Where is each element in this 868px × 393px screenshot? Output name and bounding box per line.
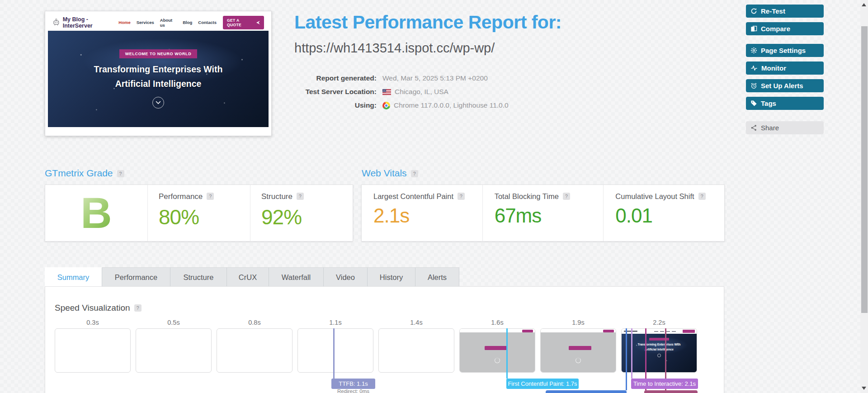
- scrollbar-down-arrow[interactable]: [862, 387, 866, 390]
- tab-summary[interactable]: Summary: [45, 267, 102, 286]
- redirect-label: Redirect: 0ms: [331, 388, 375, 393]
- marker-line-blue: [626, 328, 627, 390]
- pulse-icon: [750, 65, 758, 71]
- robot-logo-icon: [52, 18, 60, 27]
- scrollbar-up-arrow[interactable]: [862, 3, 866, 6]
- using-label: Using:: [294, 101, 377, 109]
- filmstrip-frame-blank: [55, 328, 131, 373]
- filmstrip-frame-skeleton: [540, 328, 616, 373]
- site-hero-badge: WELCOME TO NEURO WORLD: [119, 49, 198, 58]
- help-icon[interactable]: ?: [117, 170, 124, 177]
- site-preview-navbar: My Blog - InterServer Home Services Abou…: [48, 14, 269, 31]
- tab-waterfall[interactable]: Waterfall: [269, 267, 324, 286]
- filmstrip-frame-blank: [297, 328, 373, 373]
- cls-metric: Cumulative Layout Shift? 0.01: [603, 185, 724, 241]
- page-title: Latest Performance Report for:: [294, 12, 561, 33]
- fcp-marker-line: [506, 328, 508, 379]
- fcp-badge: First Contentful Paint: 1.7s: [506, 379, 579, 389]
- tbt-metric: Total Blocking Time? 67ms: [482, 185, 604, 241]
- tab-crux[interactable]: CrUX: [227, 267, 269, 286]
- report-generated-row: Report generated: Wed, Mar 5, 2025 5:13 …: [294, 71, 584, 85]
- site-preview: My Blog - InterServer Home Services Abou…: [48, 14, 269, 133]
- filmstrip: Transforming Enterprises With Artificial…: [55, 328, 697, 373]
- grade-letter-cell: B: [45, 185, 147, 241]
- tab-alerts[interactable]: Alerts: [415, 267, 459, 286]
- site-cta-button: GET A QUOTE: [223, 16, 264, 29]
- time-label: 1.1s: [297, 319, 373, 326]
- site-brand: My Blog - InterServer: [63, 16, 119, 29]
- refresh-icon: [750, 8, 757, 14]
- tags-button[interactable]: Tags: [746, 97, 824, 110]
- web-vitals-heading: Web Vitals?: [362, 168, 418, 179]
- help-icon[interactable]: ?: [458, 193, 465, 200]
- report-generated-label: Report generated:: [294, 74, 377, 82]
- filmstrip-frame-rendered: Transforming Enterprises With Artificial…: [621, 328, 697, 373]
- page-settings-button[interactable]: Page Settings: [746, 44, 824, 57]
- tab-video[interactable]: Video: [324, 267, 368, 286]
- gtmetrix-grade-card: B Performance? 80% Structure? 92%: [45, 185, 353, 241]
- chrome-icon: [382, 102, 390, 109]
- send-icon: [256, 21, 260, 24]
- structure-label: Structure?: [261, 192, 353, 201]
- marker-badge-partial-maroon: [644, 390, 698, 393]
- filmstrip-frame-blank: [217, 328, 292, 373]
- time-label: 0.5s: [136, 319, 212, 326]
- report-meta: Report generated: Wed, Mar 5, 2025 5:13 …: [294, 71, 584, 112]
- tab-performance[interactable]: Performance: [102, 267, 170, 286]
- monitor-button[interactable]: Monitor: [746, 62, 824, 75]
- report-url[interactable]: https://wh1413514.ispot.cc/wp-wp/: [294, 41, 495, 56]
- time-label: 1.6s: [459, 319, 535, 326]
- structure-value: 92%: [261, 205, 353, 229]
- lcp-metric: Largest Contentful Paint? 2.1s: [362, 185, 482, 241]
- time-label: 1.4s: [378, 319, 454, 326]
- help-icon[interactable]: ?: [698, 193, 706, 200]
- test-server-location-value: Chicago, IL, USA: [382, 88, 448, 96]
- summary-panel: Speed Visualization? 0.3s 0.5s 0.8s 1.1s…: [45, 286, 724, 393]
- site-nav-home: Home: [118, 20, 130, 25]
- cls-value: 0.01: [615, 204, 724, 227]
- using-row: Using: Chrome 117.0.0.0, Lighthouse 11.0…: [294, 99, 584, 112]
- action-buttons: Re-Test Compare Page Settings Monitor: [746, 5, 824, 134]
- site-hero: WELCOME TO NEURO WORLD Transforming Ente…: [48, 31, 269, 127]
- filmstrip-frame-blank: [136, 328, 212, 373]
- site-hero-title: Transforming Enterprises With Artificial…: [94, 62, 223, 90]
- retest-button[interactable]: Re-Test: [746, 5, 824, 18]
- time-label: 2.2s: [621, 319, 697, 326]
- alarm-icon: [750, 82, 757, 89]
- site-footer-strip: [48, 127, 269, 133]
- help-icon[interactable]: ?: [207, 193, 214, 200]
- share-icon: [750, 124, 757, 131]
- filmstrip-frame-blank: [378, 328, 454, 373]
- filmstrip-time-labels: 0.3s 0.5s 0.8s 1.1s 1.4s 1.6s 1.9s 2.2s: [55, 319, 697, 326]
- tti-badge: Time to Interactive: 2.1s: [631, 379, 698, 389]
- page-scrollbar[interactable]: [860, 0, 868, 393]
- help-icon[interactable]: ?: [297, 193, 304, 200]
- site-nav-services: Services: [137, 20, 154, 25]
- site-nav-contacts: Contacts: [198, 20, 217, 25]
- ttfb-marker-line: [333, 328, 335, 379]
- filmstrip-frame-skeleton: [459, 328, 535, 373]
- marker-badge-partial-blue: [546, 390, 627, 393]
- tab-structure[interactable]: Structure: [170, 267, 227, 286]
- tti-marker-line: [631, 328, 632, 379]
- compare-icon: [750, 25, 757, 32]
- cls-label: Cumulative Layout Shift?: [615, 192, 724, 201]
- time-label: 0.3s: [55, 319, 131, 326]
- tab-history[interactable]: History: [368, 267, 415, 286]
- grade-letter: B: [80, 191, 112, 235]
- test-server-location-row: Test Server Location: Chicago, IL, USA: [294, 85, 584, 99]
- ttfb-badge: TTFB: 1.1s: [331, 379, 375, 389]
- site-preview-thumbnail[interactable]: My Blog - InterServer Home Services Abou…: [45, 11, 272, 136]
- site-nav-blog: Blog: [183, 20, 192, 25]
- chevron-down-icon: [152, 97, 164, 109]
- scrollbar-thumb[interactable]: [861, 26, 868, 313]
- speed-visualization-heading: Speed Visualization?: [55, 303, 142, 313]
- help-icon[interactable]: ?: [563, 193, 570, 200]
- help-icon[interactable]: ?: [134, 304, 142, 312]
- set-up-alerts-button[interactable]: Set Up Alerts: [746, 79, 824, 92]
- help-icon[interactable]: ?: [411, 170, 418, 177]
- compare-button[interactable]: Compare: [746, 22, 824, 35]
- share-button[interactable]: Share: [746, 121, 824, 134]
- tag-icon: [750, 100, 757, 107]
- structure-metric: Structure? 92%: [250, 185, 353, 241]
